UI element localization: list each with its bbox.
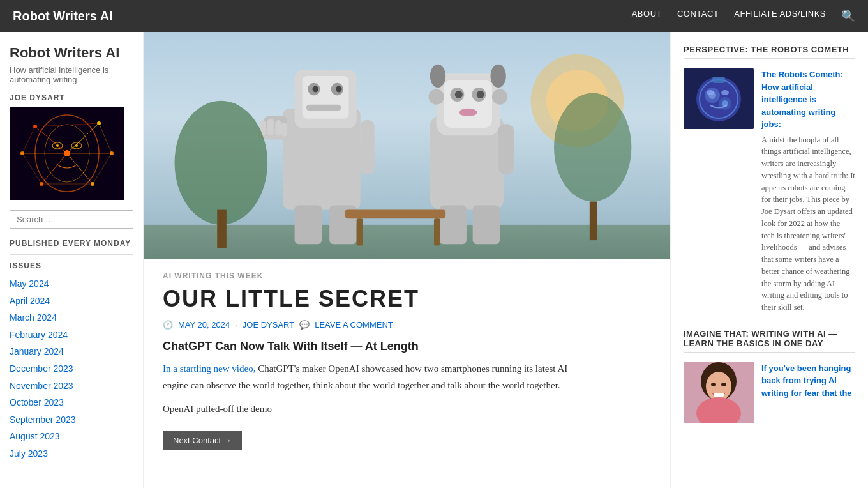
article-subtitle: ChatGPT Can Now Talk With Itself — At Le… xyxy=(163,340,571,353)
sidebar-tagline: How artificial intelligence is automatin… xyxy=(10,65,133,84)
widget1-card: The Robots Cometh: How artificial intell… xyxy=(684,68,855,314)
list-item: January 2024 xyxy=(10,343,133,360)
widget2-card: If you've been hanging back from trying … xyxy=(684,362,855,423)
svg-rect-43 xyxy=(281,123,287,137)
widget2-title: IMAGINE THAT: WRITING WITH AI — LEARN TH… xyxy=(684,329,855,353)
issues-label: ISSUES xyxy=(10,261,133,270)
widget2-text: If you've been hanging back from trying … xyxy=(761,362,855,423)
widget1-thumb xyxy=(684,68,754,129)
article-comment-link[interactable]: LEAVE A COMMENT xyxy=(315,320,393,330)
next-contact-button[interactable]: Next Contact → xyxy=(163,431,242,450)
main-nav: ABOUT CONTACT AFFILIATE ADS/LINKS 🔍 xyxy=(632,9,855,23)
svg-rect-32 xyxy=(303,76,349,119)
widget1-body: Amidst the hoopla of all things artifici… xyxy=(761,134,855,314)
article-date[interactable]: MAY 20, 2024 xyxy=(178,320,230,330)
site-body: Robot Writers AI How artificial intellig… xyxy=(0,32,868,488)
list-item: October 2023 xyxy=(10,394,133,411)
svg-point-53 xyxy=(477,91,484,98)
article-body-link[interactable]: In a startling new video, xyxy=(163,363,255,374)
widget2-thumb xyxy=(684,362,754,423)
widget1-text: The Robots Cometh: How artificial intell… xyxy=(761,68,855,314)
list-item: March 2024 xyxy=(10,309,133,326)
article-meta: 🕐 MAY 20, 2024 · JOE DYSART 💬 LEAVE A CO… xyxy=(163,320,571,330)
svg-point-65 xyxy=(175,101,268,225)
svg-rect-59 xyxy=(498,124,514,174)
meta-sep-2: 💬 xyxy=(299,320,310,330)
nav-search-icon[interactable]: 🔍 xyxy=(841,9,855,23)
list-item: July 2023 xyxy=(10,445,133,462)
svg-point-78 xyxy=(696,77,741,121)
search-input[interactable] xyxy=(10,210,133,229)
main-content: AI WRITING THIS WEEK OUR LITTLE SECRET 🕐… xyxy=(144,32,670,488)
left-sidebar: Robot Writers AI How artificial intellig… xyxy=(0,32,144,488)
site-title[interactable]: Robot Writers AI xyxy=(13,9,113,24)
list-item: September 2023 xyxy=(10,411,133,429)
published-label: PUBLISHED EVERY MONDAY xyxy=(10,239,133,248)
svg-point-25 xyxy=(75,144,78,147)
list-item: November 2023 xyxy=(10,377,133,395)
list-item: December 2023 xyxy=(10,360,133,377)
svg-point-15 xyxy=(64,150,70,156)
article-body-text2: OpenAI pulled-off the demo xyxy=(163,401,571,418)
svg-point-57 xyxy=(428,89,444,105)
widget-robots-cometh: PERSPECTIVE: THE ROBOTS COMETH xyxy=(684,45,855,314)
nav-affiliate[interactable]: AFFILIATE ADS/LINKS xyxy=(734,9,826,23)
issues-list: May 2024 April 2024 March 2024 February … xyxy=(10,275,133,462)
widget1-link[interactable]: The Robots Cometh: How artificial intell… xyxy=(761,70,843,129)
svg-rect-79 xyxy=(712,77,725,83)
svg-point-34 xyxy=(312,86,318,93)
svg-point-58 xyxy=(492,89,507,105)
right-sidebar: PERSPECTIVE: THE ROBOTS COMETH xyxy=(670,32,868,488)
svg-rect-42 xyxy=(275,120,281,135)
svg-rect-64 xyxy=(434,218,440,245)
svg-rect-61 xyxy=(473,206,500,245)
article-title: OUR LITTLE SECRET xyxy=(163,286,571,312)
svg-rect-49 xyxy=(444,80,492,128)
divider-1 xyxy=(10,254,133,255)
nav-contact[interactable]: CONTACT xyxy=(677,9,719,23)
site-header: Robot Writers AI ABOUT CONTACT AFFILIATE… xyxy=(0,0,868,32)
svg-point-54 xyxy=(459,109,477,116)
svg-rect-66 xyxy=(217,210,227,248)
sidebar-site-title: Robot Writers AI xyxy=(10,45,133,61)
svg-rect-63 xyxy=(357,218,363,245)
svg-point-56 xyxy=(491,65,506,88)
widget2-link[interactable]: If you've been hanging back from trying … xyxy=(761,363,852,398)
article-author[interactable]: JOE DYSART xyxy=(243,320,294,330)
svg-point-55 xyxy=(430,65,445,88)
clock-icon: 🕐 xyxy=(163,320,173,330)
list-item: August 2023 xyxy=(10,428,133,445)
list-item: May 2024 xyxy=(10,275,133,293)
svg-rect-62 xyxy=(345,210,445,219)
svg-rect-68 xyxy=(590,201,597,240)
svg-rect-41 xyxy=(267,119,274,136)
svg-point-24 xyxy=(56,144,59,147)
list-item: February 2024 xyxy=(10,326,133,344)
svg-rect-44 xyxy=(361,120,375,174)
widget-imagine-that: IMAGINE THAT: WRITING WITH AI — LEARN TH… xyxy=(684,329,855,423)
svg-point-84 xyxy=(711,383,716,386)
article-body: In a startling new video, ChatGPT's make… xyxy=(163,361,571,418)
svg-point-67 xyxy=(554,93,631,202)
list-item: April 2024 xyxy=(10,293,133,310)
svg-rect-45 xyxy=(295,206,322,245)
article-area: AI WRITING THIS WEEK OUR LITTLE SECRET 🕐… xyxy=(144,259,590,469)
hero-image xyxy=(144,32,670,259)
svg-point-85 xyxy=(721,383,726,386)
svg-rect-83 xyxy=(714,393,724,397)
svg-point-36 xyxy=(336,86,342,93)
article-category: AI WRITING THIS WEEK xyxy=(163,271,571,280)
sidebar-avatar xyxy=(10,107,124,200)
svg-point-51 xyxy=(455,91,463,98)
svg-rect-37 xyxy=(306,105,341,111)
meta-sep-1: · xyxy=(235,320,237,330)
nav-about[interactable]: ABOUT xyxy=(632,9,662,23)
widget1-title: PERSPECTIVE: THE ROBOTS COMETH xyxy=(684,45,855,59)
sidebar-author-label: JOE DYSART xyxy=(10,93,133,102)
